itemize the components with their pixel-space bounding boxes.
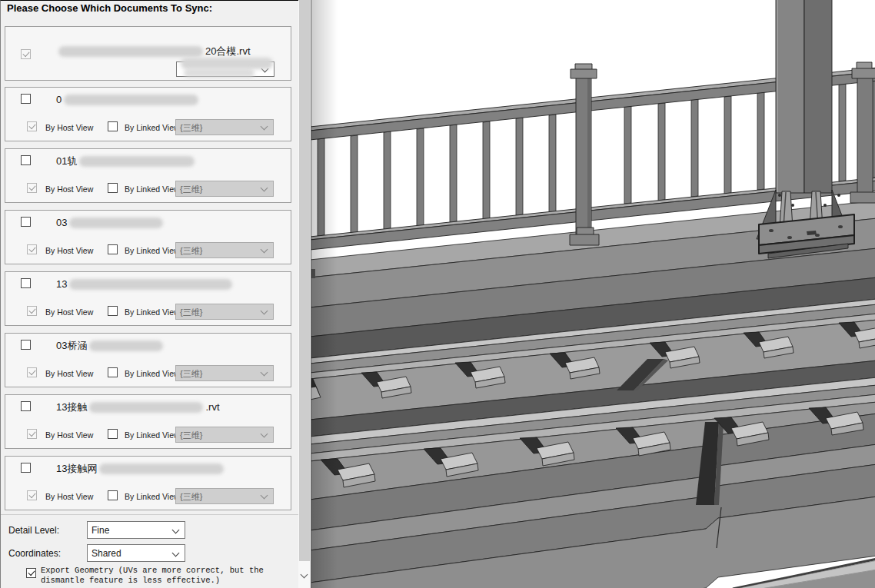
document-name: 01轨: [56, 154, 197, 168]
scrollbar-down-button[interactable]: [298, 565, 311, 588]
document-item: 03 By Host View By Linked View {三维}: [5, 210, 291, 264]
sync-documents-dialog: Please Choose Which Documents To Sync: 2…: [0, 0, 298, 588]
chevron-down-icon: [261, 307, 268, 315]
document-name: 13接触网: [56, 461, 226, 475]
linked-view-select: {三维}: [175, 304, 274, 320]
by-linked-view-checkbox[interactable]: [108, 367, 118, 377]
by-host-view-checkbox: [27, 429, 37, 439]
document-checkbox[interactable]: [21, 340, 31, 350]
document-name: 20合模.rvt: [56, 44, 251, 58]
redacted-name-blur: [89, 402, 203, 413]
by-linked-view-checkbox[interactable]: [108, 183, 118, 193]
redacted-name-blur: [69, 218, 163, 228]
by-linked-view-label: By Linked View: [125, 123, 180, 132]
redacted-name-blur: [99, 463, 224, 474]
redacted-value-blur: [181, 58, 273, 69]
by-host-view-label: By Host View: [45, 492, 93, 501]
document-name-prefix: 01轨: [56, 155, 77, 167]
by-linked-view-checkbox[interactable]: [108, 429, 118, 439]
linked-view-select: {三维}: [175, 488, 274, 504]
revit-sync-screen: Please Choose Which Documents To Sync: 2…: [0, 0, 875, 588]
by-linked-view-checkbox[interactable]: [108, 121, 118, 131]
redacted-name-blur: [79, 156, 195, 167]
chevron-down-icon: [261, 492, 268, 500]
by-host-view-checkbox: [27, 121, 37, 131]
chevron-down-icon: [261, 246, 268, 254]
checkmark-icon: [22, 50, 29, 57]
document-item: 13接触.rvt By Host View By Linked View {三维…: [5, 394, 291, 449]
checkmark-icon: [28, 430, 35, 437]
scrollbar-thumb[interactable]: [299, 0, 310, 561]
redacted-value-blur: [184, 68, 255, 78]
by-host-view-checkbox: [27, 367, 37, 377]
document-name-suffix: 20合模.rvt: [205, 45, 251, 57]
document-item-host: 20合模.rvt: [5, 26, 291, 81]
export-geometry-checkbox[interactable]: [26, 568, 36, 578]
by-linked-view-checkbox[interactable]: [108, 490, 118, 500]
document-checkbox[interactable]: [21, 155, 31, 165]
linked-view-select: {三维}: [175, 181, 274, 197]
document-item: 03桥涵 By Host View By Linked View {三维}: [5, 333, 291, 387]
redacted-name-blur: [64, 95, 198, 105]
linked-view-select: {三维}: [175, 242, 274, 258]
document-item: 13接触网 By Host View By Linked View {三维}: [5, 456, 291, 510]
3d-viewport[interactable]: [311, 0, 875, 588]
checkmark-icon: [28, 122, 35, 129]
document-name: 0: [56, 92, 201, 106]
document-name-prefix: 13接触: [56, 401, 87, 413]
document-name-prefix: 13: [56, 278, 67, 290]
document-name-suffix: .rvt: [205, 401, 219, 413]
document-name-prefix: 03: [56, 217, 67, 228]
dialog-title: Please Choose Which Documents To Sync:: [7, 2, 212, 14]
by-host-view-label: By Host View: [45, 123, 93, 132]
coordinates-value: Shared: [91, 548, 121, 559]
by-linked-view-label: By Linked View: [125, 184, 180, 194]
checkmark-icon: [28, 184, 35, 191]
document-checkbox[interactable]: [21, 94, 31, 104]
detail-level-select[interactable]: Fine: [87, 521, 185, 539]
chevron-down-icon: [301, 571, 308, 579]
document-checkbox[interactable]: [21, 278, 31, 288]
list-bottom-divider: [1, 514, 299, 515]
linked-view-select-value: {三维}: [180, 430, 202, 441]
document-name: 13接触.rvt: [56, 400, 220, 414]
checkmark-icon: [28, 368, 35, 375]
linked-view-select-value: {三维}: [180, 307, 202, 318]
export-geometry-note: Export Geometry (UVs are more correct, b…: [41, 566, 296, 585]
by-linked-view-label: By Linked View: [125, 430, 180, 440]
linked-view-select-value: {三维}: [180, 245, 202, 257]
document-name: 03桥涵: [56, 338, 165, 352]
document-checkbox: [21, 49, 31, 59]
document-checkbox[interactable]: [21, 401, 31, 411]
by-host-view-checkbox: [27, 306, 37, 316]
chevron-down-icon: [261, 184, 268, 192]
by-linked-view-checkbox[interactable]: [108, 244, 118, 254]
coordinates-select[interactable]: Shared: [87, 544, 185, 562]
detail-level-label: Detail Level:: [8, 525, 59, 536]
by-linked-view-checkbox[interactable]: [108, 306, 118, 316]
linked-view-select-value: {三维}: [180, 368, 202, 380]
document-checkbox[interactable]: [21, 463, 31, 473]
checkmark-icon: [28, 491, 35, 498]
linked-view-select-value: {三维}: [180, 491, 202, 503]
linked-view-select: {三维}: [175, 365, 274, 381]
chevron-down-icon: [261, 123, 268, 131]
chevron-down-icon: [172, 550, 180, 557]
document-name-prefix: 13接触网: [56, 463, 97, 474]
viewport-edge-shading: [311, 0, 338, 588]
by-host-view-checkbox: [27, 244, 37, 254]
chevron-down-icon: [261, 430, 268, 438]
panel-scrollbar[interactable]: [298, 0, 311, 588]
by-linked-view-label: By Linked View: [125, 307, 180, 317]
document-name-prefix: 03桥涵: [56, 340, 87, 351]
chevron-down-icon: [261, 369, 268, 377]
document-checkbox[interactable]: [21, 217, 31, 227]
by-host-view-label: By Host View: [45, 246, 93, 255]
detail-level-value: Fine: [91, 525, 109, 536]
by-host-view-checkbox: [27, 490, 37, 500]
checkmark-icon: [28, 245, 35, 252]
redacted-name-blur: [69, 279, 232, 290]
checkmark-icon: [28, 569, 35, 576]
by-host-view-checkbox: [27, 183, 37, 193]
checkmark-icon: [28, 307, 35, 314]
